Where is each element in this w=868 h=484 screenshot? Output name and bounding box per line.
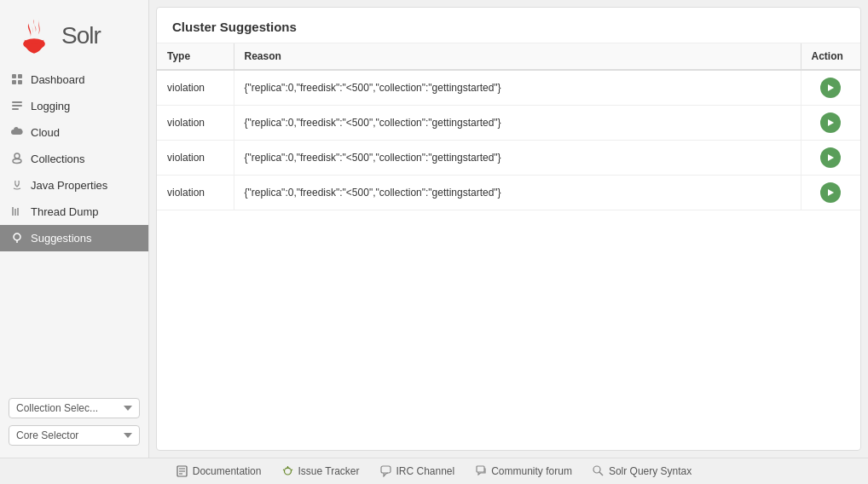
sidebar-item-label: Collections	[31, 153, 85, 165]
content-area: Cluster Suggestions Type Reason Action v…	[156, 7, 861, 451]
table-row: violation {"replica":0,"freedisk":"<500"…	[157, 141, 860, 176]
sidebar-item-label: Cloud	[31, 126, 60, 139]
svg-marker-17	[828, 154, 834, 161]
sidebar-item-suggestions[interactable]: Suggestions	[0, 225, 148, 251]
bug-icon	[281, 465, 293, 477]
logging-icon	[10, 99, 24, 112]
collection-selector[interactable]: Collection Selec...	[9, 398, 140, 418]
svg-line-30	[599, 472, 603, 475]
forum-icon	[475, 465, 487, 477]
svg-rect-4	[18, 80, 22, 84]
svg-rect-1	[12, 74, 16, 78]
sidebar-selectors: Collection Selec... Core Selector	[0, 389, 148, 458]
svg-rect-3	[12, 80, 16, 84]
footer-link-query-syntax[interactable]: Solr Query Syntax	[593, 465, 692, 477]
svg-line-25	[283, 470, 285, 470]
content-body: Type Reason Action violation {"replica":…	[157, 43, 860, 450]
table-row: violation {"replica":0,"freedisk":"<500"…	[157, 176, 860, 210]
cell-reason: {"replica":0,"freedisk":"<500","collecti…	[234, 70, 801, 106]
svg-rect-6	[12, 105, 22, 107]
col-header-action: Action	[801, 43, 860, 70]
svg-rect-28	[477, 466, 484, 472]
cell-reason: {"replica":0,"freedisk":"<500","collecti…	[234, 176, 801, 210]
sidebar: Solr Dashboard Logging	[0, 0, 149, 458]
footer-link-label: Community forum	[491, 465, 572, 477]
table-row: violation {"replica":0,"freedisk":"<500"…	[157, 106, 860, 141]
sidebar-item-logging[interactable]: Logging	[0, 93, 148, 119]
cell-type: violation	[157, 70, 234, 106]
cell-type: violation	[157, 141, 234, 176]
sidebar-logo: Solr	[0, 0, 148, 66]
core-selector[interactable]: Core Selector	[9, 425, 140, 446]
footer-link-issue-tracker[interactable]: Issue Tracker	[281, 465, 359, 477]
table-row: violation {"replica":0,"freedisk":"<500"…	[157, 70, 860, 106]
svg-point-9	[13, 159, 21, 164]
cloud-icon	[10, 125, 24, 139]
svg-line-26	[291, 470, 292, 470]
svg-point-8	[14, 153, 20, 158]
sidebar-item-label: Suggestions	[31, 232, 92, 245]
query-icon	[593, 465, 605, 477]
main-layout: Solr Dashboard Logging	[0, 0, 868, 458]
suggestions-icon	[10, 231, 24, 245]
solr-logo-text: Solr	[61, 22, 101, 49]
action-button[interactable]	[820, 182, 841, 203]
footer-link-documentation[interactable]: Documentation	[176, 465, 262, 477]
java-icon	[10, 178, 24, 192]
sidebar-item-java-properties[interactable]: Java Properties	[0, 172, 148, 199]
dashboard-icon	[10, 72, 24, 86]
sidebar-item-dashboard[interactable]: Dashboard	[0, 66, 148, 93]
footer-link-label: Documentation	[193, 465, 262, 477]
sidebar-nav: Dashboard Logging Cloud Co	[0, 66, 148, 389]
footer-link-irc[interactable]: IRC Channel	[379, 465, 454, 477]
sidebar-item-label: Thread Dump	[31, 205, 98, 218]
svg-point-23	[284, 468, 291, 475]
sidebar-item-label: Dashboard	[31, 73, 85, 86]
svg-marker-16	[828, 119, 834, 126]
svg-rect-7	[12, 108, 19, 110]
action-button[interactable]	[820, 112, 841, 133]
doc-icon	[176, 465, 188, 477]
col-header-type: Type	[157, 43, 234, 70]
cell-reason: {"replica":0,"freedisk":"<500","collecti…	[234, 141, 801, 176]
sidebar-item-label: Java Properties	[31, 179, 107, 192]
svg-point-13	[14, 233, 20, 240]
footer-link-label: Solr Query Syntax	[609, 465, 692, 477]
svg-marker-15	[828, 84, 834, 91]
sidebar-item-collections[interactable]: Collections	[0, 146, 148, 172]
content-title: Cluster Suggestions	[157, 8, 860, 43]
sidebar-item-label: Logging	[31, 100, 70, 112]
cell-type: violation	[157, 176, 234, 210]
suggestions-table: Type Reason Action violation {"replica":…	[157, 43, 860, 210]
solr-flame-icon	[14, 15, 55, 56]
cell-action	[801, 70, 860, 106]
cell-action	[801, 176, 860, 210]
footer-link-community-forum[interactable]: Community forum	[475, 465, 572, 477]
footer-link-label: IRC Channel	[396, 465, 454, 477]
svg-marker-18	[828, 189, 834, 196]
cell-action	[801, 141, 860, 176]
sidebar-item-cloud[interactable]: Cloud	[0, 119, 148, 146]
svg-rect-27	[381, 466, 391, 473]
svg-point-29	[593, 466, 600, 473]
cell-action: {"method":"POST","path":"/c/gettingstart…	[801, 106, 860, 141]
footer-link-label: Issue Tracker	[298, 465, 359, 477]
cell-reason: {"replica":0,"freedisk":"<500","collecti…	[234, 106, 801, 141]
sidebar-item-thread-dump[interactable]: Thread Dump	[0, 199, 148, 225]
svg-rect-5	[12, 101, 22, 103]
thread-icon	[10, 205, 24, 218]
cell-type: violation	[157, 106, 234, 141]
action-button[interactable]	[820, 78, 841, 98]
svg-rect-2	[18, 74, 22, 78]
table-header-row: Type Reason Action	[157, 43, 860, 70]
footer: Documentation Issue Tracker IRC Channel …	[0, 458, 868, 484]
irc-icon	[379, 465, 391, 477]
action-button[interactable]	[820, 147, 841, 168]
collections-icon	[10, 152, 24, 165]
col-header-reason: Reason	[234, 43, 801, 70]
